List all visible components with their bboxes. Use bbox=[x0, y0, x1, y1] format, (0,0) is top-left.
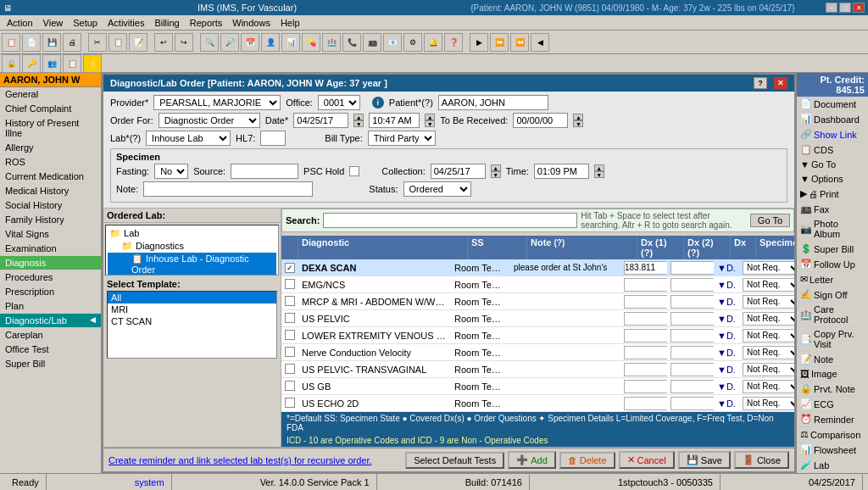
source-input[interactable] bbox=[231, 164, 298, 179]
toolbar-btn-12[interactable]: 📅 bbox=[241, 33, 259, 52]
row-dx2-1[interactable]: ▼ bbox=[667, 277, 714, 292]
date-spin-down[interactable]: ▼ bbox=[353, 120, 364, 127]
toolbar-btn-26[interactable]: ◀ bbox=[531, 33, 549, 52]
specimen-select-0[interactable]: Not Req. bbox=[743, 261, 794, 275]
order-for-select[interactable]: Diagnostic Order bbox=[159, 113, 260, 128]
rp-document[interactable]: 📄 Document bbox=[797, 97, 868, 112]
toolbar-btn-15[interactable]: 💊 bbox=[302, 33, 320, 52]
row-dx-6[interactable]: ▼D. bbox=[714, 364, 739, 376]
row-dx2-7[interactable]: ▼ bbox=[667, 379, 714, 394]
rp-comparison[interactable]: ⚖ Comparison bbox=[797, 427, 868, 443]
nav-office-test[interactable]: Office Test bbox=[0, 342, 101, 357]
row-specimen-1[interactable]: Not Req. bbox=[739, 277, 794, 292]
row-dx-0[interactable]: ▼D. bbox=[714, 262, 739, 274]
note-info-icon[interactable]: (?) bbox=[554, 238, 565, 248]
rp-print[interactable]: ▶ 🖨 Print bbox=[797, 187, 868, 202]
toolbar2-btn-1[interactable]: 🔒 bbox=[2, 54, 20, 73]
psc-hold-checkbox[interactable] bbox=[349, 166, 359, 176]
dx2-input-6[interactable] bbox=[670, 363, 714, 376]
nav-ros[interactable]: ROS bbox=[0, 155, 101, 170]
goto-button[interactable]: Go To bbox=[750, 214, 790, 227]
toolbar2-btn-3[interactable]: 👥 bbox=[42, 54, 61, 73]
specimen-select-5[interactable]: Not Req. bbox=[743, 346, 794, 359]
nav-social-history[interactable]: Social History bbox=[0, 198, 101, 213]
row-dx1-4[interactable]: ▼ bbox=[620, 328, 667, 343]
rp-reminder[interactable]: ⏰ Reminder bbox=[797, 412, 868, 427]
row-dx1-8[interactable]: ▼ bbox=[620, 396, 667, 411]
dialog-close-button[interactable]: ✕ bbox=[774, 77, 787, 89]
nav-history-present[interactable]: History of Present Illne bbox=[0, 116, 101, 141]
patient-info-icon[interactable]: i bbox=[372, 97, 384, 109]
specimen-select-1[interactable]: Not Req. bbox=[743, 278, 794, 292]
collection-date-input[interactable] bbox=[431, 164, 486, 179]
specimen-select-8[interactable]: Not Req. bbox=[743, 397, 794, 410]
specimen-select-7[interactable]: Not Req. bbox=[743, 380, 794, 393]
menu-view[interactable]: View bbox=[38, 17, 69, 29]
row-dx2-5[interactable]: ▼ bbox=[667, 345, 714, 360]
row-checkbox-6[interactable] bbox=[281, 363, 298, 376]
dx1-input-7[interactable] bbox=[624, 380, 667, 393]
row-checkbox-2[interactable] bbox=[281, 295, 298, 309]
date-input[interactable] bbox=[293, 113, 348, 128]
toolbar-btn-1[interactable]: 📋 bbox=[2, 33, 20, 52]
rp-note[interactable]: 📝 Note bbox=[797, 352, 868, 367]
toolbar-btn-21[interactable]: 🔔 bbox=[424, 33, 442, 52]
time-spin-down[interactable]: ▼ bbox=[425, 120, 435, 127]
menu-reports[interactable]: Reports bbox=[185, 17, 228, 29]
row-specimen-2[interactable]: Not Req. bbox=[739, 294, 794, 309]
toolbar-btn-17[interactable]: 📞 bbox=[342, 33, 361, 52]
nav-family-history[interactable]: Family History bbox=[0, 213, 101, 227]
dx2-input-7[interactable] bbox=[670, 380, 714, 393]
dialog-help-button[interactable]: ? bbox=[754, 77, 767, 89]
row-specimen-8[interactable]: Not Req. bbox=[739, 396, 794, 411]
close-button[interactable]: 🚪 Close bbox=[734, 451, 789, 469]
add-button[interactable]: ➕ Add bbox=[508, 451, 556, 469]
nav-careplan[interactable]: Careplan bbox=[0, 328, 101, 342]
toolbar-btn-20[interactable]: ⚙ bbox=[403, 33, 422, 52]
nav-prescription[interactable]: Prescription bbox=[0, 285, 101, 299]
menu-action[interactable]: Action bbox=[2, 17, 38, 29]
row-dx-7[interactable]: ▼D. bbox=[714, 381, 739, 393]
dx1-input-4[interactable] bbox=[624, 329, 667, 342]
menu-billing[interactable]: Billing bbox=[149, 17, 184, 29]
toolbar-btn-19[interactable]: 📧 bbox=[383, 33, 402, 52]
specimen-select-6[interactable]: Not Req. bbox=[743, 363, 794, 376]
rp-fax[interactable]: 📠 Fax bbox=[797, 202, 868, 217]
toolbar-btn-25[interactable]: ⏪ bbox=[510, 33, 529, 52]
note-input[interactable] bbox=[143, 181, 313, 197]
nav-general[interactable]: General bbox=[0, 87, 101, 102]
template-all[interactable]: All bbox=[108, 292, 276, 303]
time-spin-up[interactable]: ▲ bbox=[425, 114, 435, 120]
row-dx2-3[interactable]: ▼ bbox=[667, 311, 714, 326]
row-dx2-2[interactable]: ▼ bbox=[667, 294, 714, 309]
menu-activities[interactable]: Activities bbox=[103, 17, 149, 29]
toolbar2-btn-5[interactable]: ⭐ bbox=[83, 54, 102, 73]
recursive-order-link[interactable]: Create reminder and link selected lab te… bbox=[108, 455, 402, 465]
received-spin-down[interactable]: ▼ bbox=[573, 120, 583, 127]
delete-button[interactable]: 🗑 Delete bbox=[559, 452, 615, 469]
toolbar-btn-23[interactable]: ▶ bbox=[470, 33, 488, 52]
menu-help[interactable]: Help bbox=[275, 17, 305, 29]
specimen-select-2[interactable]: Not Req. bbox=[743, 295, 794, 309]
rp-photo-album[interactable]: 📷 Photo Album bbox=[797, 217, 868, 242]
row-specimen-0[interactable]: Not Req. bbox=[739, 260, 794, 276]
row-checkbox-8[interactable] bbox=[281, 397, 298, 410]
rp-dashboard[interactable]: 📊 Dashboard bbox=[797, 112, 868, 127]
provider-select[interactable]: PEARSALL, MARJORIE bbox=[153, 95, 281, 110]
nav-examination[interactable]: Examination bbox=[0, 242, 101, 256]
row-specimen-7[interactable]: Not Req. bbox=[739, 379, 794, 394]
row-checkbox-1[interactable] bbox=[281, 278, 298, 292]
nav-procedures[interactable]: Procedures bbox=[0, 270, 101, 285]
date-spin-up[interactable]: ▲ bbox=[353, 114, 364, 120]
rp-lab[interactable]: 🧪 Lab bbox=[797, 458, 868, 473]
collection-spin-down[interactable]: ▼ bbox=[491, 171, 501, 178]
rp-image[interactable]: 🖼 Image bbox=[797, 367, 868, 381]
nav-plan[interactable]: Plan bbox=[0, 299, 101, 314]
dx2-input-8[interactable] bbox=[670, 397, 714, 410]
toolbar-btn-18[interactable]: 📠 bbox=[363, 33, 381, 52]
row-specimen-3[interactable]: Not Req. bbox=[739, 311, 794, 326]
toolbar-btn-11[interactable]: 🔎 bbox=[220, 33, 239, 52]
row-checkbox-7[interactable] bbox=[281, 380, 298, 393]
row-dx1-1[interactable]: ▼ bbox=[620, 277, 667, 292]
save-button[interactable]: 💾 Save bbox=[678, 451, 731, 469]
